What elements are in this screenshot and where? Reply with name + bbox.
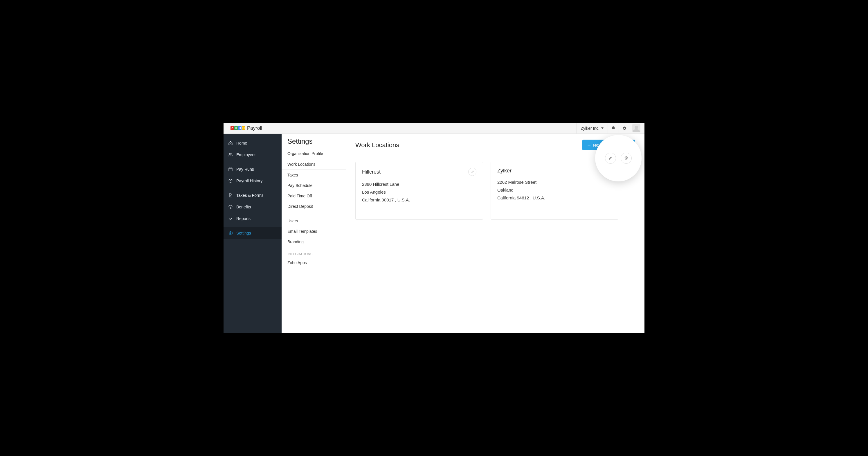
pencil-icon: [608, 156, 613, 160]
app-body: Home Employees Pay Runs Payroll History: [223, 134, 645, 333]
home-icon: [228, 141, 233, 145]
address-line: Los Angeles: [362, 189, 476, 194]
main-content: Work Locations New Work Location Hillcre…: [346, 134, 645, 333]
settings-item-pto[interactable]: Paid Time Off: [282, 191, 346, 201]
product-name: Payroll: [247, 125, 262, 131]
logo-letter: O: [242, 126, 245, 130]
chart-icon: [228, 216, 233, 221]
edit-location-button[interactable]: [605, 153, 616, 164]
address-line: California 90017 , U.S.A.: [362, 197, 476, 202]
sidebar-item-home[interactable]: Home: [223, 137, 282, 149]
settings-item-direct-deposit[interactable]: Direct Deposit: [282, 201, 346, 212]
address-line: Oakland: [497, 187, 612, 192]
settings-item-pay-schedule[interactable]: Pay Schedule: [282, 180, 346, 191]
sidebar-item-label: Benefits: [236, 205, 251, 209]
settings-item-taxes[interactable]: Taxes: [282, 170, 346, 180]
people-icon: [228, 152, 233, 157]
settings-item-zoho-apps[interactable]: Zoho Apps: [282, 257, 346, 268]
sidebar-item-label: Pay Runs: [236, 167, 254, 172]
svg-point-1: [231, 153, 232, 154]
zoho-logo-icon: Z O H O: [230, 126, 245, 130]
document-icon: [228, 193, 233, 198]
address-line: 2262 Melrose Street: [497, 180, 612, 185]
settings-subnav: Settings Organization Profile Work Locat…: [282, 134, 346, 333]
sidebar-item-history[interactable]: Payroll History: [223, 175, 282, 187]
trash-icon: [624, 156, 628, 160]
settings-item-org-profile[interactable]: Organization Profile: [282, 148, 346, 159]
umbrella-icon: [228, 205, 233, 209]
history-icon: [228, 179, 233, 183]
location-card: Hillcrest 2390 Hillcrest Lane Los Angele…: [355, 162, 483, 220]
settings-item-users[interactable]: Users: [282, 216, 346, 226]
sidebar-item-label: Employees: [236, 152, 256, 157]
pencil-icon: [470, 170, 474, 174]
calendar-icon: [228, 167, 233, 172]
settings-item-branding[interactable]: Branding: [282, 237, 346, 247]
address-line: California 94612 , U.S.A.: [497, 195, 612, 200]
settings-item-work-locations[interactable]: Work Locations: [282, 159, 346, 170]
location-name: Zylker: [497, 168, 512, 174]
sidebar-item-employees[interactable]: Employees: [223, 149, 282, 160]
gear-icon: [228, 231, 233, 235]
sidebar-item-label: Reports: [236, 216, 251, 221]
svg-point-4: [230, 233, 231, 234]
svg-rect-2: [229, 168, 232, 171]
logo-letter: Z: [230, 126, 234, 130]
sidebar-item-label: Home: [236, 141, 247, 145]
edit-location-button[interactable]: [468, 168, 476, 176]
avatar[interactable]: [632, 124, 641, 132]
header-right: Zylker Inc.: [576, 123, 641, 134]
settings-category-integrations: INTEGRATIONS: [282, 247, 346, 257]
org-name: Zylker Inc.: [581, 126, 599, 131]
svg-point-0: [229, 153, 230, 154]
sidebar-item-payruns[interactable]: Pay Runs: [223, 163, 282, 175]
tutorial-spotlight: [595, 135, 642, 181]
gear-icon: [622, 126, 627, 131]
sidebar-item-reports[interactable]: Reports: [223, 213, 282, 224]
org-switcher[interactable]: Zylker Inc.: [576, 123, 608, 134]
plus-icon: [587, 143, 591, 147]
settings-title: Settings: [282, 137, 346, 148]
delete-location-button[interactable]: [621, 153, 632, 164]
brand: Z O H O Payroll: [230, 125, 262, 131]
notifications-button[interactable]: [608, 123, 619, 134]
settings-header-button[interactable]: [619, 123, 630, 134]
settings-item-email-templates[interactable]: Email Templates: [282, 226, 346, 237]
logo-letter: O: [234, 126, 238, 130]
sidebar-item-benefits[interactable]: Benefits: [223, 201, 282, 213]
app-header: Z O H O Payroll Zylker Inc.: [223, 123, 645, 134]
page-title: Work Locations: [355, 141, 399, 149]
logo-letter: H: [238, 126, 242, 130]
sidebar-item-settings[interactable]: Settings: [223, 227, 282, 239]
chevron-down-icon: [601, 127, 603, 129]
location-name: Hillcrest: [362, 169, 380, 175]
sidebar-item-taxes[interactable]: Taxes & Forms: [223, 189, 282, 201]
bell-icon: [611, 126, 616, 131]
sidebar-item-label: Settings: [236, 231, 251, 235]
app-window: Z O H O Payroll Zylker Inc.: [223, 123, 645, 333]
sidebar-item-label: Payroll History: [236, 179, 262, 183]
address-line: 2390 Hillcrest Lane: [362, 182, 476, 187]
sidebar-item-label: Taxes & Forms: [236, 193, 263, 198]
sidebar: Home Employees Pay Runs Payroll History: [223, 134, 282, 333]
